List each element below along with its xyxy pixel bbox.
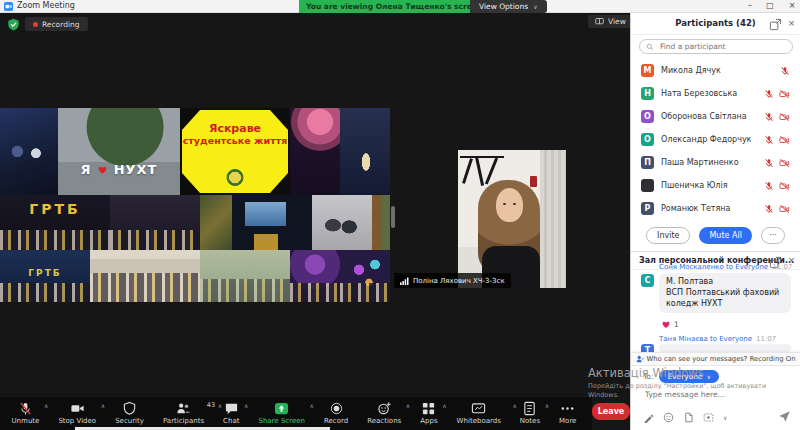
chat-privacy-notice: Who can see your messages? Recording On xyxy=(631,352,800,366)
collage-photo-garden-group xyxy=(200,250,290,302)
apps-button[interactable]: ∧ Apps xyxy=(420,401,437,425)
layout-icon xyxy=(595,17,604,26)
view-options-button[interactable]: View Options∨ xyxy=(470,0,547,13)
collage-photo-stage-screen xyxy=(232,195,312,250)
chevron-down-icon[interactable]: ∨ xyxy=(723,414,727,421)
participants-actions: Invite Mute All ··· xyxy=(631,227,800,244)
recipient-selector[interactable]: Everyone∨ xyxy=(659,370,718,383)
participant-row[interactable]: О Олександр Федорчук xyxy=(631,128,800,151)
crowd-silhouettes xyxy=(200,279,290,302)
collage-photo-singer-fan-stage xyxy=(290,108,340,195)
camera-off-icon xyxy=(779,158,790,168)
screenshot-icon[interactable] xyxy=(703,412,714,423)
avatar: О xyxy=(641,110,654,123)
shared-screen-scrollbar[interactable] xyxy=(391,206,395,228)
reactions-smiley-icon xyxy=(377,401,392,416)
reactions-options-chevron[interactable]: ∧ xyxy=(406,402,410,409)
apps-grid-icon xyxy=(421,401,436,416)
collage-photo-classroom-group xyxy=(90,250,200,302)
participant-row[interactable]: Пшеничка Юлія xyxy=(631,174,800,197)
share-screen-button[interactable]: ∧ Share Screen xyxy=(258,401,305,425)
participant-row[interactable]: М Микола Дячук xyxy=(631,59,800,82)
chat-message-bubble-clipped xyxy=(659,344,791,352)
mic-muted-icon xyxy=(764,204,774,214)
collage-photo-ya-love-nuht: Я НУХТ xyxy=(58,108,180,195)
participants-count-badge: 43 xyxy=(207,401,215,409)
share-options-chevron[interactable]: ∧ xyxy=(310,402,314,409)
privacy-person-icon xyxy=(636,355,644,363)
participants-header: Participants (42) × xyxy=(631,13,800,35)
leave-button[interactable]: Leave xyxy=(592,403,630,420)
person-eye xyxy=(503,203,506,205)
invite-button[interactable]: Invite xyxy=(646,227,690,244)
notes-button[interactable]: ∧ Notes xyxy=(520,401,540,425)
maximize-button[interactable]: □ xyxy=(760,0,780,13)
shield-icon xyxy=(122,401,137,416)
view-layout-button[interactable]: View xyxy=(588,15,633,28)
participant-row[interactable]: Н Ната Березовська xyxy=(631,82,800,105)
person-face xyxy=(496,188,523,222)
chat-options-chevron[interactable]: ∧ xyxy=(244,402,248,409)
reactions-button[interactable]: ∧ Reactions xyxy=(367,401,401,425)
chat-button[interactable]: ∧ Chat xyxy=(223,401,239,425)
mic-muted-icon xyxy=(764,89,774,99)
recording-indicator[interactable]: Recording xyxy=(25,17,88,31)
unmute-button[interactable]: ∧ Unmute xyxy=(12,401,40,425)
unmute-options-chevron[interactable]: ∧ xyxy=(44,402,48,409)
search-icon xyxy=(646,43,654,51)
collage-photo-singer-cream-dress xyxy=(340,108,390,195)
popout-panel-icon[interactable] xyxy=(769,18,782,31)
emoji-icon[interactable] xyxy=(663,412,674,423)
participants-button[interactable]: 43 ∧ Participants xyxy=(163,401,204,425)
webcam-video-tile[interactable] xyxy=(458,150,566,288)
signal-strength-icon xyxy=(400,277,409,285)
notes-options-chevron[interactable]: ∧ xyxy=(545,402,549,409)
chat-message-input[interactable] xyxy=(643,389,791,400)
send-message-icon[interactable] xyxy=(778,410,791,423)
close-panel-icon[interactable]: × xyxy=(785,17,798,30)
participant-row[interactable]: О Оборонова Світлана xyxy=(631,105,800,128)
participants-list: М Микола Дячук Н Ната Березовська О Обор… xyxy=(631,59,800,220)
person-eye xyxy=(513,203,516,205)
mute-all-button[interactable]: Mute All xyxy=(699,227,752,244)
avatar: П xyxy=(641,156,654,169)
participant-search[interactable] xyxy=(639,39,793,54)
wall-decor xyxy=(530,176,537,187)
minimize-button[interactable]: – xyxy=(740,0,760,13)
stop-video-button[interactable]: ∧ Stop Video xyxy=(58,401,96,425)
more-button[interactable]: More xyxy=(559,401,576,425)
format-text-icon[interactable] xyxy=(643,412,654,423)
ya-love-nuht-letters: Я НУХТ xyxy=(58,162,180,177)
whiteboards-options-chevron[interactable]: ∧ xyxy=(512,402,516,409)
mic-muted-icon xyxy=(764,181,774,191)
whiteboards-button[interactable]: ∧ Whiteboards xyxy=(457,401,501,425)
avatar: М xyxy=(641,64,654,77)
search-input[interactable] xyxy=(658,41,778,52)
collage-photo-backstage xyxy=(200,195,232,250)
collage-photo-stage-lineup xyxy=(110,195,200,250)
heart-icon xyxy=(661,320,671,329)
participant-row[interactable]: Р Романюк Тетяна xyxy=(631,197,800,220)
more-options-button[interactable]: ··· xyxy=(761,227,785,244)
zoom-window: Zoom Meeting You are viewing Олена Тищен… xyxy=(0,0,800,430)
collage-photo-purple-concert xyxy=(290,250,340,302)
participant-row[interactable]: П Паша Мартиненко xyxy=(631,151,800,174)
participants-options-chevron[interactable]: ∧ xyxy=(218,402,222,409)
chat-avatar: С xyxy=(641,274,654,287)
collage-photo-award-ceremony xyxy=(0,108,58,195)
stage-podium xyxy=(254,234,278,251)
security-button[interactable]: Security xyxy=(115,401,144,425)
message-reaction[interactable]: 1 xyxy=(661,320,679,329)
record-button[interactable]: Record xyxy=(324,401,348,425)
close-window-button[interactable]: × xyxy=(782,0,800,13)
apps-options-chevron[interactable]: ∧ xyxy=(442,402,446,409)
chat-bubble-icon xyxy=(224,401,239,416)
security-shield-icon[interactable] xyxy=(7,18,20,31)
video-options-chevron[interactable]: ∧ xyxy=(101,402,105,409)
crowd-silhouettes xyxy=(0,283,90,302)
file-icon[interactable] xyxy=(683,412,694,423)
viewing-screen-banner: You are viewing Олена Тищенко's screen xyxy=(299,0,489,13)
collage-photo-door-outdoor xyxy=(372,195,390,250)
title-bar: Zoom Meeting You are viewing Олена Тищен… xyxy=(0,0,800,13)
window-title: Zoom Meeting xyxy=(17,1,75,10)
